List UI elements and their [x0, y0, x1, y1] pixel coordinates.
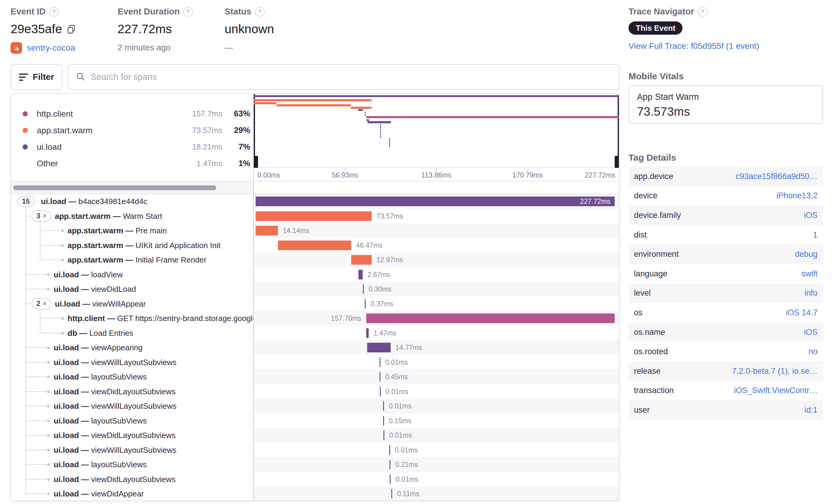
tag-key: transaction [634, 386, 674, 395]
span-row[interactable]: 0.45msui.load — layoutSubViews [11, 370, 619, 384]
minimap-dash-span [365, 111, 366, 116]
project-link[interactable]: sentry-cocoa [27, 43, 75, 53]
span-duration-bar[interactable]: 0.15ms [383, 416, 384, 426]
vital-name: App Start Warm [637, 92, 814, 102]
span-duration-bar[interactable]: 0.30ms [363, 284, 364, 294]
span-description: viewWillLayoutSubviews [91, 445, 176, 454]
span-duration-label: 0.15ms [389, 417, 412, 425]
help-icon[interactable]: ? [49, 7, 59, 17]
span-children-toggle[interactable]: 3∧ [32, 210, 51, 222]
tag-value-link[interactable]: id:1 [804, 405, 817, 415]
trace-minimap[interactable] [254, 94, 619, 167]
span-bar-cell: 0.15ms [254, 414, 619, 428]
span-duration-bar[interactable]: 73.57ms [256, 211, 372, 221]
span-row[interactable]: 2.67msui.load — loadView [11, 267, 619, 282]
legend-item[interactable]: http.client157.7ms63% [11, 106, 253, 122]
span-bar-cell: 46.47ms [254, 238, 619, 253]
tree-connector-line [25, 326, 26, 341]
tree-connector-line [40, 245, 62, 246]
filter-button[interactable]: Filter [10, 64, 62, 90]
tag-key: app.device [634, 172, 673, 181]
span-duration-bar[interactable]: 0.45ms [380, 372, 381, 381]
span-row[interactable]: 0.37ms2∧ui.load — viewWillAppear [11, 297, 619, 311]
tag-value-link[interactable]: c93ace15f866a9d50… [735, 172, 817, 181]
span-row[interactable]: 0.30msui.load — viewDidLoad [11, 282, 619, 297]
span-duration-bar[interactable]: 14.14ms [256, 226, 278, 235]
span-row[interactable]: 0.01msui.load — viewDidLayoutSubviews [11, 428, 619, 443]
help-icon[interactable]: ? [255, 7, 265, 17]
span-bar-cell: 0.37ms [254, 297, 619, 311]
legend-item[interactable]: app.start.warm73.57ms29% [11, 122, 253, 139]
tree-connector-dot [47, 390, 50, 393]
span-duration-bar[interactable]: 0.01ms [389, 445, 390, 455]
tree-connector-dot [47, 493, 50, 495]
span-duration-bar[interactable]: 46.47ms [278, 241, 351, 250]
help-icon[interactable]: ? [698, 7, 707, 17]
span-row[interactable]: 73.57ms3∧app.start.warm — Warm Start [11, 209, 619, 224]
tag-value-link[interactable]: iOS_Swift.ViewContr… [734, 386, 817, 395]
span-row[interactable]: 46.47msapp.start.warm — UIKit and Applic… [11, 238, 619, 253]
span-row[interactable]: 0.01msui.load — viewDidLayoutSubviews [11, 472, 619, 487]
span-row[interactable]: 227.72ms15ui.load — b4ace34981e44d4c [11, 194, 619, 209]
tag-value-link[interactable]: 7.2.0-beta.7 (1), io.se… [732, 367, 817, 376]
span-tree-cell: ui.load — viewDidLayoutSubviews [11, 384, 253, 399]
tag-value-link[interactable]: iOS [804, 328, 817, 337]
span-row[interactable]: 157.70mshttp.client — GET https://sentry… [11, 311, 619, 326]
span-row[interactable]: 0.21msui.load — layoutSubViews [11, 457, 619, 472]
span-duration-bar[interactable]: 227.72ms [256, 196, 615, 206]
span-row[interactable]: 14.14msapp.start.warm — Pre main [11, 223, 619, 238]
span-duration-bar[interactable]: 0.01ms [380, 357, 381, 367]
span-duration-bar[interactable]: 0.01ms [390, 474, 391, 484]
span-row[interactable]: 0.01msui.load — viewWillLayoutSubviews [11, 355, 619, 370]
span-row[interactable]: 14.77msui.load — viewAppearing [11, 340, 619, 355]
tree-connector-line [25, 303, 31, 304]
span-row[interactable]: 0.01msui.load — viewDidLayoutSubviews [11, 384, 619, 399]
copy-icon[interactable] [66, 24, 77, 34]
span-children-toggle[interactable]: 15 [17, 196, 35, 207]
view-full-trace-link[interactable]: View Full Trace: f05d955f (1 event) [628, 41, 759, 51]
span-tree-cell: ui.load — viewWillLayoutSubviews [11, 355, 253, 370]
search-input[interactable] [91, 72, 612, 82]
span-row[interactable]: 1.47msdb — Load Entries [11, 326, 619, 341]
tag-value-link[interactable]: iOS 14.7 [786, 308, 817, 317]
minimap-right-handle[interactable] [615, 156, 619, 168]
span-description: viewDidLayoutSubviews [91, 387, 176, 396]
mobile-vitals-card[interactable]: App Start Warm 73.573ms [628, 85, 823, 124]
tree-chart-divider[interactable] [253, 94, 254, 500]
tree-scrollbar-thumb[interactable] [13, 185, 216, 190]
span-duration-bar[interactable]: 0.21ms [389, 460, 390, 469]
legend-percent: 29% [225, 126, 250, 135]
span-row[interactable]: 0.11msui.load — viewDidAppear [11, 486, 619, 501]
tag-value-link[interactable]: iOS [804, 211, 817, 220]
tag-value-link[interactable]: debug [795, 249, 817, 259]
legend-item[interactable]: ui.load18.21ms7% [11, 139, 253, 155]
span-duration-bar[interactable]: 157.70ms [366, 314, 615, 323]
span-duration-bar[interactable]: 0.01ms [380, 387, 381, 396]
span-row[interactable]: 0.01msui.load — viewWillLayoutSubviews [11, 399, 619, 414]
legend-item[interactable]: Other1.47ms1% [11, 155, 253, 172]
span-duration-bar[interactable]: 12.97ms [351, 255, 372, 265]
span-children-toggle[interactable]: 2∧ [32, 298, 51, 310]
span-op: ui.load — [54, 357, 91, 367]
span-row[interactable]: 12.97msapp.start.warm — Initial Frame Re… [11, 253, 619, 267]
span-duration-label: 0.11ms [397, 490, 419, 498]
span-duration-bar[interactable]: 1.47ms [366, 328, 369, 338]
tag-value-link[interactable]: swift [801, 269, 817, 278]
span-duration-bar[interactable]: 0.11ms [391, 489, 392, 499]
tag-value-link[interactable]: iPhone13,2 [776, 191, 817, 201]
span-row[interactable]: 0.01msui.load — viewWillLayoutSubviews [11, 443, 619, 457]
span-duration-bar[interactable]: 0.01ms [383, 401, 384, 411]
span-duration-bar[interactable]: 2.67ms [358, 270, 363, 280]
tag-value-link[interactable]: no [808, 347, 817, 356]
span-duration-bar[interactable]: 0.01ms [384, 430, 384, 440]
tag-value-link[interactable]: info [804, 289, 817, 298]
tag-value-link[interactable]: 1 [813, 230, 817, 240]
span-duration-bar[interactable]: 0.37ms [365, 299, 366, 309]
span-row[interactable]: 0.15msui.load — layoutSubViews [11, 414, 619, 428]
span-op: ui.load — [54, 387, 91, 396]
tree-connector-dot [47, 463, 50, 466]
span-duration-bar[interactable]: 14.77ms [367, 343, 390, 352]
minimap-left-handle[interactable] [254, 156, 258, 168]
span-op: http.client — [68, 314, 117, 323]
help-icon[interactable]: ? [183, 7, 193, 17]
